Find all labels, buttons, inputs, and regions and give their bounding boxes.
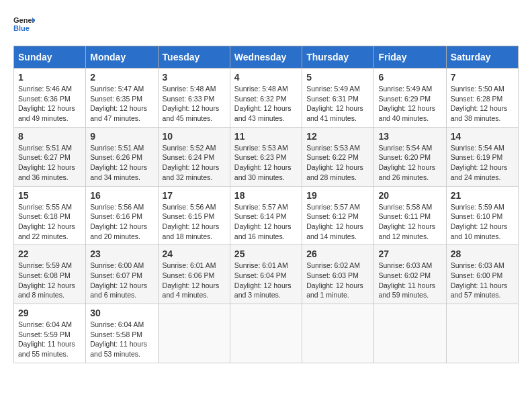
day-number: 30 (90, 308, 153, 318)
cell-content: Sunrise: 5:56 AM Sunset: 6:15 PM Dayligh… (163, 202, 226, 242)
cell-content: Sunrise: 5:49 AM Sunset: 6:31 PM Dayligh… (306, 84, 369, 124)
column-header-friday: Friday (374, 46, 446, 68)
day-number: 27 (378, 248, 441, 259)
cell-content: Sunrise: 5:48 AM Sunset: 6:32 PM Dayligh… (234, 84, 298, 124)
calendar-week-5: 29Sunrise: 6:04 AM Sunset: 5:59 PM Dayli… (14, 304, 519, 363)
cell-content: Sunrise: 5:57 AM Sunset: 6:14 PM Dayligh… (234, 202, 298, 242)
cell-content: Sunrise: 5:58 AM Sunset: 6:11 PM Dayligh… (378, 202, 441, 242)
calendar-cell: 11Sunrise: 5:53 AM Sunset: 6:23 PM Dayli… (230, 127, 302, 186)
cell-content: Sunrise: 5:52 AM Sunset: 6:24 PM Dayligh… (163, 143, 226, 183)
cell-content: Sunrise: 5:47 AM Sunset: 6:35 PM Dayligh… (90, 84, 153, 124)
cell-content: Sunrise: 6:04 AM Sunset: 5:58 PM Dayligh… (90, 320, 153, 359)
cell-content: Sunrise: 6:01 AM Sunset: 6:04 PM Dayligh… (234, 261, 298, 300)
svg-text:General: General (13, 16, 35, 24)
calendar-header-row: SundayMondayTuesdayWednesdayThursdayFrid… (14, 46, 519, 68)
cell-content: Sunrise: 6:03 AM Sunset: 6:02 PM Dayligh… (378, 261, 441, 300)
day-number: 24 (163, 248, 226, 259)
calendar-cell: 10Sunrise: 5:52 AM Sunset: 6:24 PM Dayli… (158, 127, 230, 186)
calendar-cell: 14Sunrise: 5:54 AM Sunset: 6:19 PM Dayli… (446, 127, 518, 186)
calendar-week-2: 8Sunrise: 5:51 AM Sunset: 6:27 PM Daylig… (14, 127, 519, 186)
calendar-cell: 29Sunrise: 6:04 AM Sunset: 5:59 PM Dayli… (14, 304, 86, 363)
day-number: 8 (18, 131, 81, 142)
day-number: 6 (378, 72, 441, 83)
column-header-saturday: Saturday (446, 46, 518, 68)
cell-content: Sunrise: 6:01 AM Sunset: 6:06 PM Dayligh… (163, 261, 226, 300)
cell-content: Sunrise: 5:59 AM Sunset: 6:08 PM Dayligh… (18, 261, 81, 300)
calendar-cell: 17Sunrise: 5:56 AM Sunset: 6:15 PM Dayli… (158, 186, 230, 245)
calendar-cell: 22Sunrise: 5:59 AM Sunset: 6:08 PM Dayli… (14, 245, 86, 304)
calendar-cell: 28Sunrise: 6:03 AM Sunset: 6:00 PM Dayli… (446, 245, 518, 304)
calendar-cell (158, 304, 230, 363)
calendar-cell: 9Sunrise: 5:51 AM Sunset: 6:26 PM Daylig… (86, 127, 158, 186)
day-number: 29 (18, 308, 81, 318)
calendar-cell: 7Sunrise: 5:50 AM Sunset: 6:28 PM Daylig… (446, 68, 518, 128)
cell-content: Sunrise: 5:56 AM Sunset: 6:16 PM Dayligh… (90, 202, 153, 242)
calendar-cell: 15Sunrise: 5:55 AM Sunset: 6:18 PM Dayli… (14, 186, 86, 245)
logo-icon: General Blue (13, 13, 35, 35)
day-number: 1 (18, 72, 81, 83)
calendar-cell: 20Sunrise: 5:58 AM Sunset: 6:11 PM Dayli… (374, 186, 446, 245)
day-number: 2 (90, 72, 153, 83)
day-number: 11 (234, 131, 298, 142)
cell-content: Sunrise: 5:54 AM Sunset: 6:19 PM Dayligh… (451, 143, 514, 183)
cell-content: Sunrise: 5:51 AM Sunset: 6:26 PM Dayligh… (90, 143, 153, 183)
calendar-cell (446, 304, 518, 363)
calendar-cell (230, 304, 302, 363)
calendar-week-1: 1Sunrise: 5:46 AM Sunset: 6:36 PM Daylig… (14, 68, 519, 128)
cell-content: Sunrise: 6:00 AM Sunset: 6:07 PM Dayligh… (90, 261, 153, 300)
day-number: 26 (306, 248, 369, 259)
day-number: 7 (451, 72, 514, 83)
day-number: 14 (451, 131, 514, 142)
cell-content: Sunrise: 6:04 AM Sunset: 5:59 PM Dayligh… (18, 320, 81, 359)
cell-content: Sunrise: 5:54 AM Sunset: 6:20 PM Dayligh… (378, 143, 441, 183)
day-number: 19 (306, 190, 369, 201)
calendar-cell: 5Sunrise: 5:49 AM Sunset: 6:31 PM Daylig… (302, 68, 374, 128)
calendar-cell: 21Sunrise: 5:59 AM Sunset: 6:10 PM Dayli… (446, 186, 518, 245)
cell-content: Sunrise: 6:02 AM Sunset: 6:03 PM Dayligh… (306, 261, 369, 300)
day-number: 13 (378, 131, 441, 142)
day-number: 21 (451, 190, 514, 201)
calendar-week-4: 22Sunrise: 5:59 AM Sunset: 6:08 PM Dayli… (14, 245, 519, 304)
calendar-cell: 19Sunrise: 5:57 AM Sunset: 6:12 PM Dayli… (302, 186, 374, 245)
day-number: 28 (451, 248, 514, 259)
logo: General Blue (13, 13, 35, 35)
cell-content: Sunrise: 5:49 AM Sunset: 6:29 PM Dayligh… (378, 84, 441, 124)
column-header-wednesday: Wednesday (230, 46, 302, 68)
day-number: 25 (234, 248, 298, 259)
day-number: 10 (163, 131, 226, 142)
calendar-cell: 13Sunrise: 5:54 AM Sunset: 6:20 PM Dayli… (374, 127, 446, 186)
calendar-cell: 2Sunrise: 5:47 AM Sunset: 6:35 PM Daylig… (86, 68, 158, 128)
calendar-cell: 3Sunrise: 5:48 AM Sunset: 6:33 PM Daylig… (158, 68, 230, 128)
calendar-cell: 4Sunrise: 5:48 AM Sunset: 6:32 PM Daylig… (230, 68, 302, 128)
cell-content: Sunrise: 5:53 AM Sunset: 6:22 PM Dayligh… (306, 143, 369, 183)
calendar-table: SundayMondayTuesdayWednesdayThursdayFrid… (13, 46, 519, 363)
calendar-body: 1Sunrise: 5:46 AM Sunset: 6:36 PM Daylig… (14, 68, 519, 363)
day-number: 22 (18, 248, 81, 259)
day-number: 5 (306, 72, 369, 83)
cell-content: Sunrise: 5:51 AM Sunset: 6:27 PM Dayligh… (18, 143, 81, 183)
cell-content: Sunrise: 5:55 AM Sunset: 6:18 PM Dayligh… (18, 202, 81, 242)
day-number: 12 (306, 131, 369, 142)
column-header-sunday: Sunday (14, 46, 86, 68)
cell-content: Sunrise: 5:59 AM Sunset: 6:10 PM Dayligh… (451, 202, 514, 242)
calendar-cell: 18Sunrise: 5:57 AM Sunset: 6:14 PM Dayli… (230, 186, 302, 245)
day-number: 4 (234, 72, 298, 83)
column-header-tuesday: Tuesday (158, 46, 230, 68)
calendar-cell (374, 304, 446, 363)
day-number: 3 (163, 72, 226, 83)
calendar-cell: 25Sunrise: 6:01 AM Sunset: 6:04 PM Dayli… (230, 245, 302, 304)
day-number: 15 (18, 190, 81, 201)
cell-content: Sunrise: 6:03 AM Sunset: 6:00 PM Dayligh… (451, 261, 514, 300)
day-number: 17 (163, 190, 226, 201)
calendar-cell: 23Sunrise: 6:00 AM Sunset: 6:07 PM Dayli… (86, 245, 158, 304)
calendar-cell: 27Sunrise: 6:03 AM Sunset: 6:02 PM Dayli… (374, 245, 446, 304)
cell-content: Sunrise: 5:50 AM Sunset: 6:28 PM Dayligh… (451, 84, 514, 124)
day-number: 16 (90, 190, 153, 201)
calendar-cell: 30Sunrise: 6:04 AM Sunset: 5:58 PM Dayli… (86, 304, 158, 363)
day-number: 23 (90, 248, 153, 259)
calendar-cell: 1Sunrise: 5:46 AM Sunset: 6:36 PM Daylig… (14, 68, 86, 128)
calendar-cell: 6Sunrise: 5:49 AM Sunset: 6:29 PM Daylig… (374, 68, 446, 128)
day-number: 9 (90, 131, 153, 142)
page-header: General Blue (13, 13, 519, 35)
calendar-week-3: 15Sunrise: 5:55 AM Sunset: 6:18 PM Dayli… (14, 186, 519, 245)
